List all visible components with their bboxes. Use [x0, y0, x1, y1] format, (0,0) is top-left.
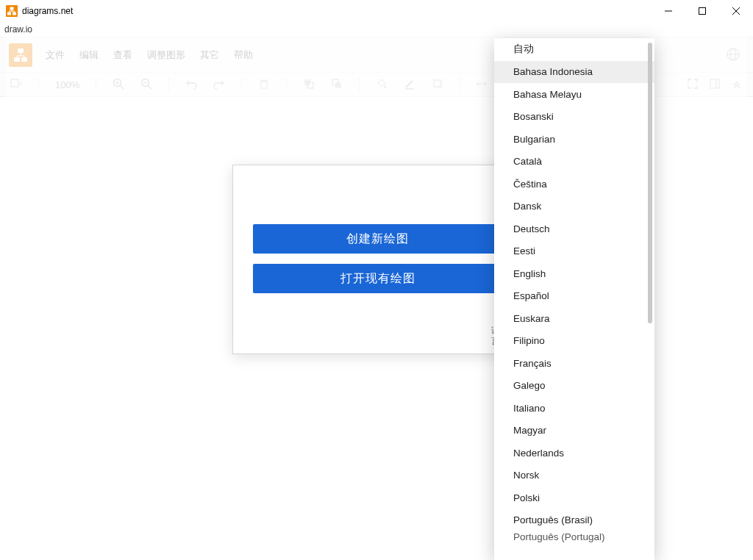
document-name: draw.io: [4, 24, 32, 35]
language-item[interactable]: Norsk: [494, 464, 654, 487]
language-item[interactable]: Nederlands: [494, 442, 654, 464]
language-item[interactable]: Português (Portugal): [494, 531, 654, 543]
language-item[interactable]: Français: [494, 352, 654, 375]
svg-rect-3: [13, 12, 16, 15]
language-item[interactable]: Čeština: [494, 173, 654, 195]
open-existing-diagram-button[interactable]: 打开现有绘图: [253, 264, 503, 293]
language-item[interactable]: Polski: [494, 487, 654, 509]
minimize-button[interactable]: [652, 0, 685, 22]
language-item[interactable]: Euskara: [494, 307, 654, 330]
window-titlebar: diagrams.net: [0, 0, 753, 22]
language-item[interactable]: Deutsch: [494, 218, 654, 240]
language-item[interactable]: Eesti: [494, 240, 654, 263]
document-title: draw.io: [0, 22, 753, 37]
svg-rect-2: [7, 12, 11, 15]
svg-rect-1: [10, 7, 14, 10]
close-button[interactable]: [719, 0, 753, 22]
app-icon: [6, 5, 18, 17]
language-item[interactable]: Dansk: [494, 195, 654, 218]
scrollbar-thumb[interactable]: [648, 43, 652, 323]
language-item[interactable]: Bulgarian: [494, 128, 654, 151]
language-item[interactable]: Português (Brasil): [494, 509, 654, 532]
startup-dialog: 创建新绘图 打开现有绘图 语言: [232, 165, 523, 354]
window-controls: [652, 0, 753, 22]
language-item[interactable]: Català: [494, 151, 654, 173]
language-item[interactable]: Bahasa Melayu: [494, 83, 654, 106]
language-item[interactable]: English: [494, 262, 654, 285]
language-item[interactable]: Magyar: [494, 420, 654, 442]
language-item[interactable]: Italiano: [494, 397, 654, 420]
language-item-auto[interactable]: 自动: [494, 38, 654, 61]
create-new-diagram-button[interactable]: 创建新绘图: [253, 224, 503, 254]
language-item[interactable]: Bosanski: [494, 106, 654, 129]
language-menu: 自动Bahasa IndonesiaBahasa MelayuBosanskiB…: [494, 38, 654, 560]
language-item[interactable]: Filipino: [494, 330, 654, 353]
language-item[interactable]: Español: [494, 285, 654, 308]
svg-rect-5: [699, 8, 706, 15]
maximize-button[interactable]: [685, 0, 719, 22]
window-title: diagrams.net: [22, 6, 652, 16]
language-item[interactable]: Bahasa Indonesia: [494, 61, 654, 84]
language-item[interactable]: Galego: [494, 375, 654, 398]
